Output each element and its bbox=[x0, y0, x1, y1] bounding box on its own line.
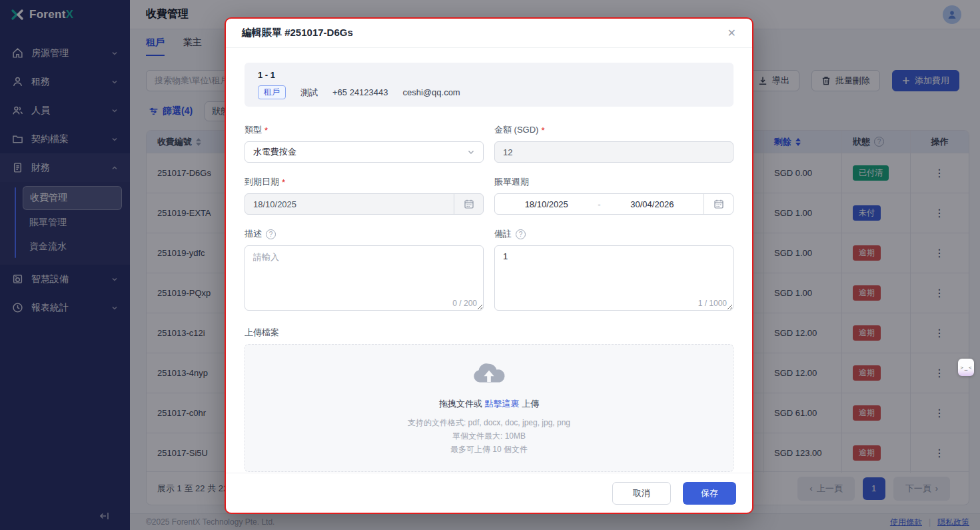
field-type: 類型* 水電費按金 bbox=[245, 124, 484, 163]
period-end-value: 30/04/2026 bbox=[630, 199, 674, 209]
feedback-widget-button[interactable]: ＞_＜ bbox=[958, 359, 974, 376]
upload-dropzone[interactable]: 拖拽文件或 點擊這裏 上傳 支持的文件格式: pdf, docx, doc, j… bbox=[245, 344, 734, 472]
cloud-upload-icon bbox=[472, 359, 506, 389]
tenant-phone: +65 24123443 bbox=[332, 87, 388, 97]
required-mark: * bbox=[541, 125, 544, 135]
field-due-date: 到期日期* 18/10/2025 bbox=[245, 176, 484, 215]
help-icon[interactable]: ? bbox=[516, 229, 526, 239]
description-textarea[interactable] bbox=[245, 245, 484, 311]
tenant-info-card: 1 - 1 租戶 測試 +65 24123443 ceshi@qq.com bbox=[245, 63, 734, 107]
type-select-value: 水電費按金 bbox=[253, 146, 296, 158]
field-note: 備註? 1 1 / 1000 bbox=[494, 228, 734, 313]
required-mark: * bbox=[282, 177, 285, 187]
upload-max-count: 最多可上傳 10 個文件 bbox=[408, 443, 570, 457]
modal-footer: 取消 保存 bbox=[226, 473, 752, 513]
modal-body: 1 - 1 租戶 測試 +65 24123443 ceshi@qq.com 類型… bbox=[226, 48, 752, 473]
due-date-value: 18/10/2025 bbox=[245, 199, 454, 209]
field-billing-period: 賬單週期 18/10/2025 - 30/04/2026 bbox=[494, 176, 734, 215]
edit-bill-modal: 編輯賬單 #251017-D6Gs ✕ 1 - 1 租戶 測試 +65 2412… bbox=[225, 17, 753, 514]
period-separator: - bbox=[598, 199, 600, 209]
upload-formats: 支持的文件格式: pdf, docx, doc, jpeg, jpg, png bbox=[408, 417, 570, 430]
billing-period-input[interactable]: 18/10/2025 - 30/04/2026 bbox=[494, 193, 734, 215]
note-textarea[interactable]: 1 bbox=[494, 245, 734, 311]
field-amount: 金額 (SGD)* bbox=[494, 124, 734, 163]
tenant-tag: 租戶 bbox=[258, 85, 286, 99]
modal-title: 編輯賬單 #251017-D6Gs bbox=[242, 27, 353, 39]
amount-input[interactable] bbox=[494, 141, 734, 163]
required-mark: * bbox=[264, 125, 268, 135]
calendar-icon[interactable] bbox=[454, 194, 483, 214]
due-date-input[interactable]: 18/10/2025 bbox=[245, 193, 484, 215]
calendar-icon[interactable] bbox=[704, 194, 733, 214]
tenant-name: 測試 bbox=[300, 87, 318, 99]
unit-label: 1 - 1 bbox=[258, 70, 720, 80]
cancel-button[interactable]: 取消 bbox=[612, 482, 671, 505]
upload-click-link[interactable]: 點擊這裏 bbox=[485, 399, 520, 409]
field-upload: 上傳檔案 拖拽文件或 點擊這裏 上傳 支持的文件格式: pdf, docx, d… bbox=[245, 327, 734, 472]
close-icon[interactable]: ✕ bbox=[728, 27, 736, 39]
save-button[interactable]: 保存 bbox=[683, 482, 736, 505]
chevron-down-icon bbox=[467, 148, 475, 156]
modal-header: 編輯賬單 #251017-D6Gs ✕ bbox=[226, 19, 752, 48]
type-select[interactable]: 水電費按金 bbox=[245, 141, 484, 163]
help-icon[interactable]: ? bbox=[266, 229, 276, 239]
tenant-email: ceshi@qq.com bbox=[403, 87, 460, 97]
field-description: 描述? 0 / 200 bbox=[245, 228, 484, 313]
upload-max-size: 單個文件最大: 10MB bbox=[408, 430, 570, 443]
period-start-value: 18/10/2025 bbox=[525, 199, 568, 209]
